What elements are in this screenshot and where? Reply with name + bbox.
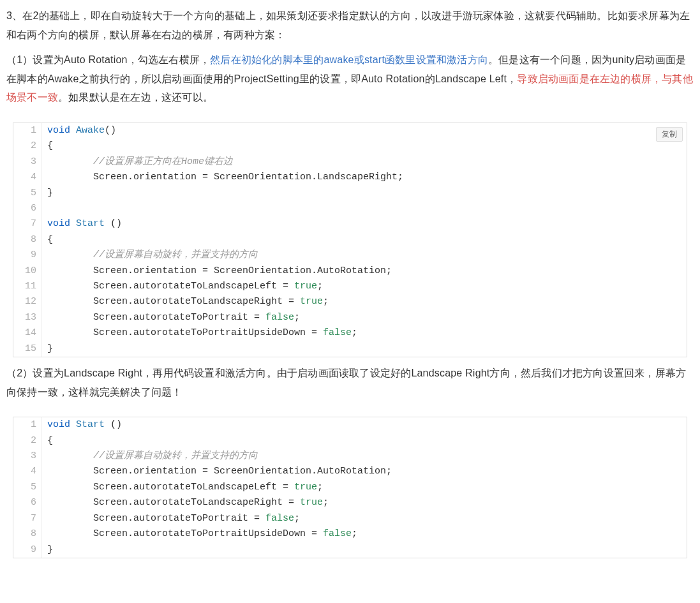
code-line: //设置屏幕自动旋转，并置支持的方向 <box>42 449 687 464</box>
code-row: 3 //设置屏幕自动旋转，并置支持的方向 <box>13 449 687 464</box>
code-token: Screen.autorotateToPortrait = <box>47 513 265 524</box>
line-number: 10 <box>13 264 42 279</box>
line-number: 6 <box>13 495 42 510</box>
code-line: //设置屏幕自动旋转，并置支持的方向 <box>42 248 687 263</box>
code-list: 1void Start ()2{3 //设置屏幕自动旋转，并置支持的方向4 Sc… <box>13 417 687 558</box>
code-line: Screen.autorotateToLandscapeRight = true… <box>42 294 687 309</box>
code-token: () <box>105 218 122 229</box>
code-token: { <box>47 435 53 446</box>
code-token: ; <box>352 327 357 338</box>
code-token: Screen.autorotateToLandscapeLeft = <box>47 281 294 292</box>
line-number: 2 <box>13 138 42 154</box>
code-token: } <box>47 343 53 354</box>
code-line: } <box>42 542 687 558</box>
code-line: } <box>42 341 687 357</box>
line-number: 11 <box>13 279 42 294</box>
code-line: //设置屏幕正方向在Home键右边 <box>42 154 687 170</box>
code-token: ; <box>323 296 329 307</box>
code-token: true <box>294 482 317 493</box>
code-token: false <box>265 513 294 524</box>
line-number: 7 <box>13 216 42 232</box>
code-row: 13 Screen.autorotateToPortrait = false; <box>13 310 687 325</box>
code-line: Screen.autorotateToLandscapeRight = true… <box>42 495 687 510</box>
line-number: 13 <box>13 310 42 325</box>
code-line: Screen.autorotateToPortraitUpsideDown = … <box>42 526 687 542</box>
code-line: { <box>42 433 687 449</box>
code-row: 1void Start () <box>13 417 687 433</box>
code-row: 2{ <box>13 433 687 449</box>
code-token <box>47 450 93 461</box>
code-row: 2{ <box>13 138 687 154</box>
code-row: 6 Screen.autorotateToLandscapeRight = tr… <box>13 495 687 510</box>
code-token: ; <box>323 497 329 508</box>
line-number: 3 <box>13 449 42 464</box>
code-token: Screen.autorotateToPortrait = <box>47 312 265 323</box>
code-row: 5 Screen.autorotateToLandscapeLeft = tru… <box>13 480 687 495</box>
line-number: 5 <box>13 186 42 201</box>
code-line: void Start () <box>42 417 687 433</box>
code-token: Screen.autorotateToPortraitUpsideDown = <box>47 327 323 338</box>
line-number: 4 <box>13 464 42 479</box>
code-line: void Start () <box>42 216 687 232</box>
code-row: 7 Screen.autorotateToPortrait = false; <box>13 511 687 526</box>
code-token: true <box>300 497 323 508</box>
line-number: 9 <box>13 542 42 558</box>
code-token: ; <box>294 312 300 323</box>
line-number: 12 <box>13 294 42 309</box>
code-token: true <box>300 296 323 307</box>
code-row: 4 Screen.orientation = ScreenOrientation… <box>13 170 687 185</box>
line-number: 1 <box>13 417 42 433</box>
code-token: Start <box>76 419 105 430</box>
code-token: false <box>265 312 294 323</box>
line-number: 1 <box>13 123 42 138</box>
text-suffix: 。如果默认是在左边，这还可以。 <box>58 92 213 103</box>
line-number: 8 <box>13 232 42 248</box>
code-line: Screen.autorotateToPortrait = false; <box>42 310 687 325</box>
code-token: void <box>47 218 76 229</box>
line-number: 4 <box>13 170 42 185</box>
code-row: 9 //设置屏幕自动旋转，并置支持的方向 <box>13 248 687 263</box>
code-row: 12 Screen.autorotateToLandscapeRight = t… <box>13 294 687 309</box>
line-number: 5 <box>13 480 42 495</box>
code-row: 4 Screen.orientation = ScreenOrientation… <box>13 464 687 479</box>
line-number: 15 <box>13 341 42 357</box>
code-row: 8 Screen.autorotateToPortraitUpsideDown … <box>13 526 687 542</box>
line-number: 7 <box>13 511 42 526</box>
code-row: 1void Awake() <box>13 123 687 138</box>
code-token: Screen.autorotateToLandscapeLeft = <box>47 482 294 493</box>
code-token: Screen.orientation = ScreenOrientation.A… <box>47 265 392 276</box>
code-token: { <box>47 234 53 245</box>
code-row: 14 Screen.autorotateToPortraitUpsideDown… <box>13 325 687 341</box>
code-token: Start <box>76 218 105 229</box>
code-token: () <box>105 125 116 136</box>
code-row: 8{ <box>13 232 687 248</box>
code-block-2: 1void Start ()2{3 //设置屏幕自动旋转，并置支持的方向4 Sc… <box>13 417 687 558</box>
code-line: Screen.autorotateToPortraitUpsideDown = … <box>42 325 687 341</box>
code-line: Screen.autorotateToLandscapeLeft = true; <box>42 279 687 294</box>
code-line <box>42 201 687 216</box>
code-line: Screen.autorotateToLandscapeLeft = true; <box>42 480 687 495</box>
code-token: ; <box>317 281 323 292</box>
code-token: () <box>105 419 122 430</box>
copy-button[interactable]: 复制 <box>656 127 683 142</box>
line-number: 3 <box>13 154 42 170</box>
code-line: Screen.autorotateToPortrait = false; <box>42 511 687 526</box>
code-row: 9} <box>13 542 687 558</box>
code-row: 10 Screen.orientation = ScreenOrientatio… <box>13 264 687 279</box>
code-line: { <box>42 232 687 248</box>
code-token: } <box>47 188 53 198</box>
code-token: { <box>47 140 53 151</box>
code-row: 11 Screen.autorotateToLandscapeLeft = tr… <box>13 279 687 294</box>
code-token: Screen.orientation = ScreenOrientation.A… <box>47 466 392 477</box>
code-token <box>47 249 93 260</box>
code-token: false <box>323 528 352 539</box>
paragraph-option-1: （1）设置为Auto Rotation，勾选左右横屏，然后在初始化的脚本里的aw… <box>6 50 694 107</box>
code-list: 1void Awake()2{3 //设置屏幕正方向在Home键右边4 Scre… <box>13 123 687 357</box>
line-number: 6 <box>13 201 42 216</box>
line-number: 2 <box>13 433 42 449</box>
line-number: 14 <box>13 325 42 341</box>
code-row: 15} <box>13 341 687 357</box>
line-number: 8 <box>13 526 42 542</box>
code-token: ; <box>317 482 323 493</box>
code-token: ; <box>352 528 357 539</box>
